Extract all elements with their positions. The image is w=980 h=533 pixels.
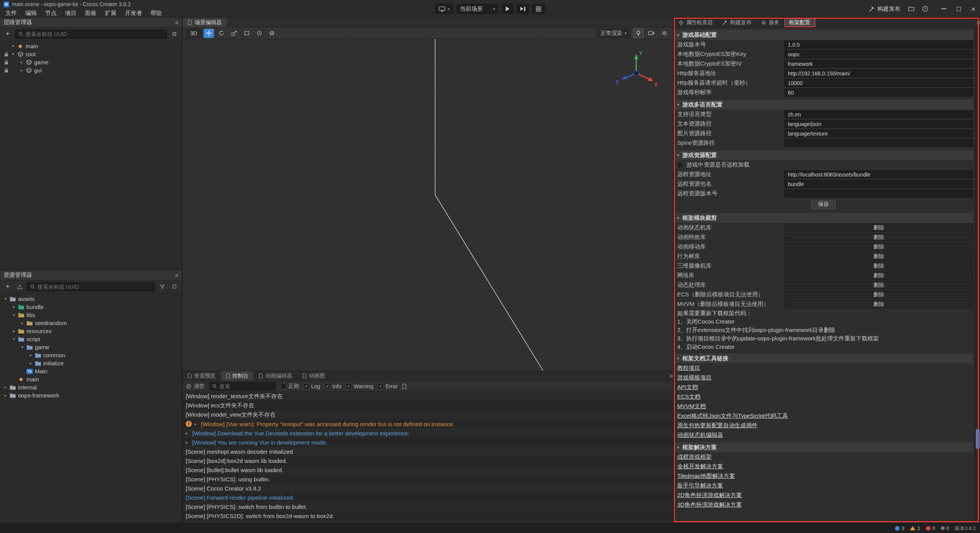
panel-menu-icon[interactable]: ≡ [670, 373, 673, 379]
build-publish-button[interactable]: 构建发布 [869, 5, 900, 13]
chevron-right-icon[interactable]: ▸ [18, 60, 25, 65]
log-row[interactable]: [Scene] [box2d]:box2d wasm lib loaded. [183, 456, 673, 465]
move-tool-button[interactable] [204, 29, 214, 38]
section-header[interactable]: ▾游戏基础配置 [674, 30, 973, 40]
doc-link[interactable]: 原生包热更新配置自动生成插件 [677, 422, 758, 429]
doc-link[interactable]: Tiledmap地图解决方案 [677, 473, 735, 480]
hierarchy-search-input[interactable] [26, 31, 164, 37]
console-search-input[interactable] [219, 383, 273, 389]
expand-arrow-icon[interactable]: ▸ [194, 422, 198, 427]
delete-module-button[interactable]: 删除 [784, 300, 973, 308]
tree-item-internal[interactable]: ▸internal [0, 383, 182, 391]
tree-item-initialize[interactable]: ▸initialize [0, 359, 182, 367]
panel-menu-icon[interactable]: ≡ [175, 19, 178, 26]
filter-log[interactable]: ✓Log [304, 383, 320, 389]
pivot-toggle-button[interactable] [254, 29, 265, 38]
log-row[interactable]: ▸[Window] You are running Vue in develop… [183, 438, 673, 447]
doc-link[interactable]: 动画状态机编辑器 [677, 432, 723, 439]
orientation-gizmo[interactable]: Y X Z [614, 49, 658, 93]
chevron-right-icon[interactable]: ▸ [2, 385, 9, 390]
doc-link[interactable]: 教程项目 [677, 365, 700, 372]
filter-warning[interactable]: ✓Warning [346, 383, 374, 389]
menu-item-3[interactable]: 项目 [61, 8, 81, 18]
chevron-right-icon[interactable]: ▸ [28, 353, 34, 358]
scene-editor-tab[interactable]: 场景编辑器 [183, 18, 227, 27]
chevron-right-icon[interactable]: ▸ [18, 68, 25, 73]
doc-link[interactable]: MVVM文档 [677, 403, 706, 410]
doc-link[interactable]: ECS文档 [677, 393, 701, 401]
doc-link[interactable]: 新手引导解决方案 [677, 482, 723, 489]
doc-link[interactable]: 战棋游戏框架 [677, 453, 712, 461]
chevron-down-icon[interactable]: ▾ [11, 312, 17, 317]
console-tab-2[interactable]: 动画编辑器 [254, 371, 297, 381]
maximize-button[interactable] [957, 7, 961, 11]
doc-link[interactable]: 游戏模板项目 [677, 374, 712, 381]
assets-search[interactable] [27, 282, 155, 291]
import-asset-icon[interactable] [15, 282, 24, 291]
play-button[interactable] [502, 4, 513, 14]
panel-menu-icon[interactable]: ≡ [175, 272, 178, 278]
doc-link[interactable]: 2D角色扮演游戏解决方案 [677, 492, 742, 499]
export-log-icon[interactable] [402, 384, 407, 389]
field-input[interactable] [784, 129, 973, 137]
warning-count-badge[interactable]: 1 [910, 525, 920, 531]
menu-item-0[interactable]: 文件 [1, 8, 21, 18]
delete-module-button[interactable]: 删除 [784, 224, 973, 232]
chevron-right-icon[interactable]: ▸ [28, 361, 34, 366]
log-row[interactable]: [Window] render_texture文件夹不存在 [183, 392, 673, 401]
panel-menu-icon[interactable]: ≡ [977, 19, 980, 26]
inspector-tab-2[interactable]: 服务 [756, 18, 784, 27]
expand-arrow-icon[interactable]: ▸ [186, 440, 189, 445]
rect-tool-button[interactable] [242, 29, 252, 38]
regex-toggle[interactable]: 正则 [281, 383, 299, 390]
chevron-right-icon[interactable]: ▸ [11, 304, 17, 309]
scene-settings-button[interactable] [659, 29, 670, 38]
field-input[interactable] [784, 170, 973, 178]
step-frame-button[interactable] [517, 4, 529, 14]
remote-load-checkbox[interactable] [677, 162, 683, 168]
minimize-button[interactable] [941, 8, 946, 9]
menu-item-6[interactable]: 开发者 [121, 8, 146, 18]
log-row[interactable]: ▸[Window] Download the Vue Devtools exte… [183, 428, 673, 438]
log-row[interactable]: [Scene] Forward render pipeline initiali… [183, 493, 673, 502]
field-input[interactable] [784, 88, 973, 96]
expand-arrow-icon[interactable]: ▸ [186, 431, 189, 436]
chevron-right-icon[interactable]: ▸ [11, 329, 17, 334]
clear-console-button[interactable]: 清空 [186, 383, 204, 390]
delete-module-button[interactable]: 删除 [784, 271, 973, 280]
tree-item-resources[interactable]: ▸resources [0, 327, 182, 335]
menu-item-7[interactable]: 帮助 [146, 8, 166, 18]
field-input[interactable] [784, 79, 973, 87]
tree-item-root[interactable]: ▾root [0, 50, 182, 58]
field-input[interactable] [784, 139, 973, 147]
filter-icon[interactable] [170, 29, 179, 39]
inspector-tab-3[interactable]: 框架配置 [784, 18, 815, 27]
assets-search-input[interactable] [38, 284, 152, 290]
task-count-badge[interactable]: 0 [941, 525, 949, 531]
filter-error[interactable]: ✓Error [378, 383, 397, 389]
section-header[interactable]: ▾框架模块裁剪 [674, 213, 973, 223]
tree-item-gui[interactable]: ▸gui [0, 66, 182, 74]
chevron-down-icon[interactable]: ▾ [10, 52, 16, 57]
menu-item-5[interactable]: 扩展 [101, 8, 121, 18]
log-row[interactable]: !▸[Window] [Vue warn]: Property "onInput… [183, 419, 673, 428]
delete-module-button[interactable]: 删除 [784, 281, 973, 289]
console-search[interactable] [209, 382, 276, 391]
console-tab-0[interactable]: 资源预览 [183, 371, 221, 381]
scene-camera-button[interactable] [646, 29, 657, 38]
inspector-tab-0[interactable]: 属性检查器 [674, 18, 718, 27]
hierarchy-search[interactable] [15, 29, 167, 39]
save-button[interactable]: 保存 [811, 200, 836, 209]
tree-item-assets[interactable]: ▾assets [0, 295, 182, 303]
funnel-icon[interactable] [158, 282, 167, 291]
chevron-right-icon[interactable]: ▸ [19, 320, 26, 325]
field-input[interactable] [784, 110, 973, 118]
chevron-down-icon[interactable]: ▾ [19, 345, 26, 350]
current-scene-select[interactable]: 当前场景 ▾ [456, 4, 498, 14]
scene-light-toggle-button[interactable] [633, 29, 644, 38]
log-row[interactable]: [Scene] [PHYSICS2D]: switch from box2d-w… [183, 511, 673, 520]
create-node-button[interactable]: + [3, 29, 12, 39]
field-input[interactable] [784, 180, 973, 188]
tree-item-main[interactable]: ▾main [0, 42, 182, 50]
preview-window-button[interactable] [532, 4, 545, 14]
